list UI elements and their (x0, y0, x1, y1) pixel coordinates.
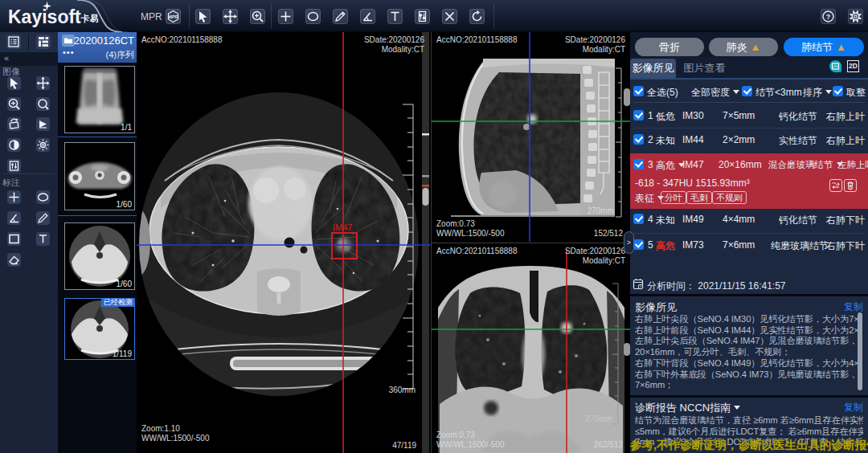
svg-text:IM47: IM47 (333, 222, 352, 232)
svg-text:MPR: MPR (168, 14, 179, 19)
svg-text:270mm: 270mm (586, 414, 612, 423)
svg-text:?: ? (826, 13, 831, 21)
svg-text:x: x (47, 35, 49, 40)
